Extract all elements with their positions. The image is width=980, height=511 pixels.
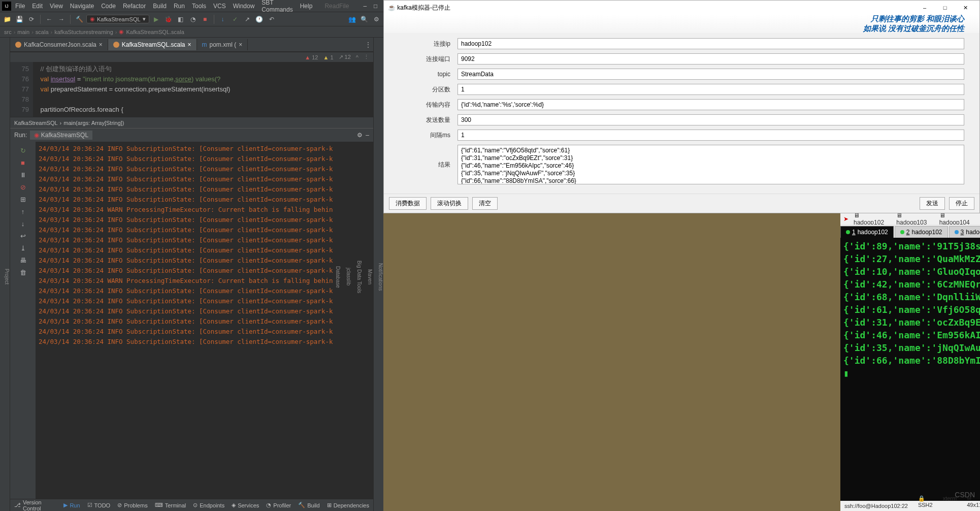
deps-tool[interactable]: ⊞ Dependencies [327, 502, 369, 508]
save-icon[interactable]: 💾 [14, 14, 24, 24]
settings-icon[interactable]: ⚙ [371, 14, 381, 24]
warning-badge[interactable]: ▲ 1 [323, 54, 333, 60]
send-button[interactable]: 发送 [920, 197, 945, 210]
project-tool[interactable]: Project [4, 269, 10, 284]
services-tool[interactable]: ◈ Services [232, 502, 259, 508]
back-icon[interactable]: ← [44, 14, 54, 24]
bc-item[interactable]: src [4, 29, 12, 35]
xshell-tab-3[interactable]: 3 hadoop103 [949, 226, 980, 238]
database-tool[interactable]: Database [335, 266, 341, 288]
debug-icon[interactable]: 🐞 [164, 14, 174, 24]
weak-warning-badge[interactable]: ↗ 12 [339, 54, 351, 60]
close-tab-icon[interactable]: × [239, 41, 242, 48]
pause-icon[interactable]: ⏸ [17, 169, 28, 180]
menu-edit[interactable]: Edit [29, 2, 46, 11]
result-textarea[interactable]: {"id":61,"name":"Vfj6O58qtd","sorce":61}… [458, 145, 964, 184]
vcs-update-icon[interactable]: ↓ [218, 14, 228, 24]
minimize-icon[interactable]: – [914, 2, 935, 14]
run-icon[interactable]: ▶ [151, 14, 161, 24]
menu-view[interactable]: View [47, 2, 66, 11]
gear-icon[interactable]: ⚙ [357, 132, 363, 139]
endpoints-tool[interactable]: ⊙ Endpoints [193, 502, 224, 508]
notifications-tool[interactable]: Notifications [378, 263, 383, 291]
bigdata-tool[interactable]: Big Data Tools [356, 261, 362, 293]
todo-tool[interactable]: ☑ TODO [87, 502, 111, 508]
expand-icon[interactable]: ^ [356, 54, 358, 60]
menu-refactor[interactable]: Refactor [120, 2, 149, 11]
code-editor[interactable]: 75 76 77 78 79 // 创建预编译的插入语句 val inserts… [10, 62, 373, 117]
scroll-icon[interactable]: ⤓ [17, 242, 28, 253]
clear-icon[interactable]: 🗑 [17, 267, 28, 278]
bc-item[interactable]: main [17, 29, 29, 35]
ip-input[interactable] [458, 38, 964, 49]
run-config-selector[interactable]: ◉ KafkaStreamSQL ▾ [86, 15, 149, 23]
coverage-icon[interactable]: ◧ [176, 14, 186, 24]
stop-button[interactable]: 停止 [949, 197, 974, 210]
terminal-tool[interactable]: ⌨ Terminal [155, 502, 186, 508]
tab-kafkastreamsql[interactable]: KafkaStreamSQL.scala× [108, 39, 197, 50]
sync-icon[interactable]: ⟳ [26, 14, 37, 24]
topic-input[interactable] [458, 69, 964, 80]
interval-input[interactable] [458, 130, 964, 141]
maximize-icon[interactable]: □ [935, 2, 955, 14]
profile-icon[interactable]: ◔ [188, 14, 198, 24]
maximize-icon[interactable]: □ [371, 2, 380, 11]
forward-icon[interactable]: → [56, 14, 67, 24]
rerun-icon[interactable]: ↻ [17, 145, 28, 156]
menu-build[interactable]: Build [150, 2, 170, 11]
xshell-tab-1[interactable]: 1 hadoop102 [840, 226, 894, 238]
menu-vcs[interactable]: VCS [210, 2, 229, 11]
menu-help[interactable]: Help [297, 2, 316, 11]
minimize-icon[interactable]: – [360, 2, 370, 11]
stop-run-icon[interactable]: ■ [17, 157, 28, 168]
code-content[interactable]: // 创建预编译的插入语句 val insertsql = "insert in… [33, 62, 373, 117]
menu-run[interactable]: Run [171, 2, 188, 11]
xshell-tab-2[interactable]: 2 hadoop102 [895, 226, 948, 238]
menu-code[interactable]: Code [98, 2, 119, 11]
profiler-tool[interactable]: ◔ Profiler [266, 502, 291, 508]
console-output[interactable]: 24/03/14 20:36:24 INFO SubscriptionState… [36, 142, 373, 499]
bc-item[interactable]: kafkaStucturestreaming [54, 29, 113, 35]
minimize-panel-icon[interactable]: – [366, 132, 369, 139]
close-tab-icon[interactable]: × [187, 41, 191, 48]
partition-input[interactable] [458, 84, 964, 95]
bc-item[interactable]: KafkaStreamSQL.scala [126, 29, 184, 35]
menu-file[interactable]: File [12, 2, 28, 11]
tab-pom[interactable]: mpom.xml (× [197, 39, 248, 50]
build-tool[interactable]: 🔨 Build [298, 502, 319, 508]
down-icon[interactable]: ↓ [17, 218, 28, 229]
bc-item[interactable]: scala [36, 29, 49, 35]
close-icon[interactable]: ✕ [955, 2, 975, 14]
version-control-tool[interactable]: ⎇ Version Control [14, 499, 56, 512]
vcs-commit-icon[interactable]: ✓ [230, 14, 240, 24]
search-icon[interactable]: 🔍 [359, 14, 369, 24]
vcs-revert-icon[interactable]: ↶ [267, 14, 277, 24]
port-input[interactable] [458, 53, 964, 65]
menu-window[interactable]: Window [230, 2, 258, 11]
error-badge[interactable]: ▲ 12 [305, 54, 318, 60]
bc2-item[interactable]: main(args: Array[String]) [63, 120, 124, 126]
code-with-me-icon[interactable]: 👥 [347, 14, 357, 24]
vcs-history-icon[interactable]: 🕐 [254, 14, 265, 24]
run-tab[interactable]: ◉ KafkaStreamSQL [30, 131, 92, 140]
vcs-push-icon[interactable]: ↗ [242, 14, 252, 24]
arrow-icon[interactable]: ➤ [843, 215, 848, 222]
consume-button[interactable]: 消费数据 [389, 197, 427, 210]
count-input[interactable] [458, 114, 964, 125]
terminal-output[interactable]: {'id':89,'name':'91T5j38se2','sorce':89}… [840, 238, 980, 501]
open-icon[interactable]: 📁 [2, 14, 12, 24]
window-titlebar[interactable]: ☕ kafka模拟器-已停止 – □ ✕ [384, 1, 979, 15]
print-icon[interactable]: 🖶 [17, 254, 28, 266]
scroll-button[interactable]: 滚动切换 [431, 197, 468, 210]
menu-navigate[interactable]: Navigate [67, 2, 97, 11]
clear-button[interactable]: 清空 [472, 197, 498, 210]
wrap-icon[interactable]: ↩ [17, 230, 28, 241]
menu-tools[interactable]: Tools [189, 2, 209, 11]
more-icon[interactable]: ⋮ [364, 54, 369, 60]
bc2-item[interactable]: KafkaStreamSQL [14, 120, 58, 126]
exit-icon[interactable]: ⊘ [17, 181, 28, 193]
content-input[interactable] [458, 99, 964, 110]
up-icon[interactable]: ↑ [17, 206, 28, 217]
close-tab-icon[interactable]: × [99, 41, 103, 48]
layout-icon[interactable]: ⊞ [17, 194, 28, 205]
